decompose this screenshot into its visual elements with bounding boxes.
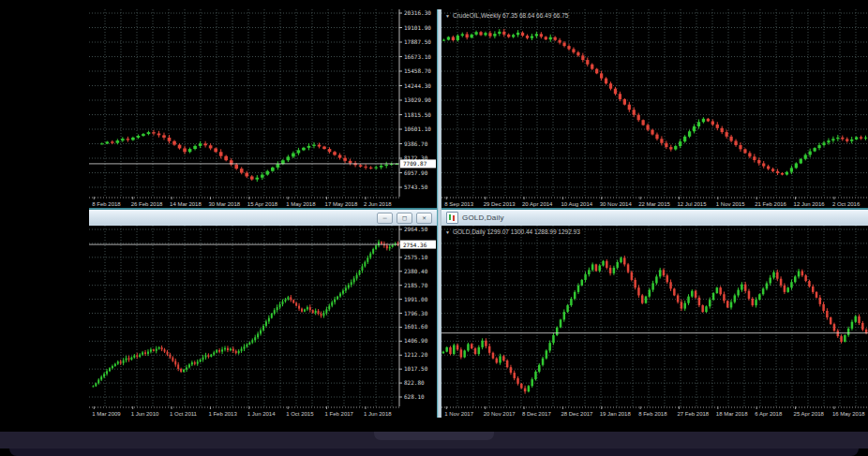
svg-text:6957.90: 6957.90 (404, 169, 428, 176)
svg-text:2185.70: 2185.70 (404, 282, 428, 288)
laptop-screen: 20316.3019101.9017887.5016673.1015458.70… (89, 9, 868, 418)
close-button[interactable]: ✕ (416, 213, 432, 224)
svg-text:1 Feb 2017: 1 Feb 2017 (325, 411, 354, 417)
svg-text:2 Jun 2018: 2 Jun 2018 (364, 201, 392, 207)
titlebar-bottom-left-window[interactable]: – □ ✕ (89, 208, 437, 226)
svg-text:14244.30: 14244.30 (404, 82, 431, 89)
svg-text:8 Feb 2018: 8 Feb 2018 (638, 411, 667, 417)
svg-text:8 Dec 2017: 8 Dec 2017 (522, 411, 551, 417)
laptop-base-bottom-edge (9, 449, 859, 456)
svg-text:1 Jun 2018: 1 Jun 2018 (364, 411, 392, 417)
chart-title-overlay-crudeoil: ▼ CrudeOIL,Weekly 67.35 68.64 66.49 66.7… (445, 12, 568, 19)
laptop-mockup: { "app": { "description": "MetaTrader-st… (0, 0, 868, 456)
svg-text:22 Mar 2015: 22 Mar 2015 (638, 201, 670, 207)
svg-text:1 Nov 2017: 1 Nov 2017 (444, 411, 473, 417)
svg-text:1017.50: 1017.50 (404, 365, 428, 372)
chart-window-bottom-left[interactable]: 2964.502769.802575.102380.402185.701991.… (89, 226, 437, 418)
chart-window-crudeoil-weekly[interactable]: ▼ CrudeOIL,Weekly 67.35 68.64 66.49 66.7… (441, 9, 868, 208)
svg-text:21 Feb 2016: 21 Feb 2016 (755, 201, 786, 207)
candlestick-chart-icon (446, 212, 458, 224)
svg-text:2575.10: 2575.10 (404, 254, 428, 260)
svg-text:15 Apr 2018: 15 Apr 2018 (247, 201, 278, 207)
svg-text:1 Jun 2010: 1 Jun 2010 (131, 411, 159, 417)
svg-text:2 Oct 2016: 2 Oct 2016 (832, 201, 861, 207)
restore-button[interactable]: □ (397, 213, 412, 224)
svg-text:1212.20: 1212.20 (404, 351, 428, 358)
svg-text:6 Apr 2018: 6 Apr 2018 (755, 411, 783, 417)
svg-text:12 Jul 2015: 12 Jul 2015 (677, 201, 707, 207)
chart-title-text: CrudeOIL,Weekly 67.35 68.64 66.49 66.75 (453, 12, 568, 19)
svg-text:2964.50: 2964.50 (404, 226, 428, 232)
svg-text:17887.50: 17887.50 (404, 38, 431, 45)
candlestick-chart-tr[interactable]: 8 Sep 201329 Dec 201320 Apr 201410 Aug 2… (441, 9, 868, 208)
svg-text:1 Nov 2015: 1 Nov 2015 (716, 201, 745, 207)
svg-text:8 Sep 2013: 8 Sep 2013 (444, 201, 473, 207)
svg-text:1601.60: 1601.60 (404, 323, 428, 330)
svg-text:12 Jun 2016: 12 Jun 2016 (794, 201, 826, 207)
candlestick-chart-bl[interactable]: 2964.502769.802575.102380.402185.701991.… (89, 226, 437, 418)
laptop-hinge-gap (0, 418, 868, 432)
svg-text:13029.90: 13029.90 (404, 96, 431, 103)
svg-text:27 Feb 2018: 27 Feb 2018 (677, 411, 709, 417)
svg-text:7709.87: 7709.87 (403, 160, 427, 167)
chevron-down-icon[interactable]: ▼ (445, 13, 450, 19)
laptop-base-notch (374, 432, 494, 440)
svg-text:29 Dec 2013: 29 Dec 2013 (484, 201, 516, 207)
svg-text:20 Nov 2017: 20 Nov 2017 (484, 411, 516, 417)
svg-text:2380.40: 2380.40 (404, 268, 428, 274)
minimize-button[interactable]: – (377, 213, 393, 224)
window-title: GOLD,Daily (462, 213, 504, 222)
svg-text:19101.90: 19101.90 (404, 24, 431, 31)
svg-text:1991.00: 1991.00 (404, 296, 428, 302)
chart-title-text: GOLD,Daily 1299.07 1300.44 1288.99 1292.… (453, 228, 580, 235)
svg-text:10 Aug 2014: 10 Aug 2014 (561, 201, 592, 207)
svg-text:16673.10: 16673.10 (404, 53, 431, 60)
candlestick-chart-br[interactable]: 1 Nov 201720 Nov 20178 Dec 201728 Dec 20… (441, 226, 868, 418)
svg-text:20316.30: 20316.30 (404, 9, 431, 16)
svg-text:1406.90: 1406.90 (404, 337, 428, 344)
svg-text:25 Apr 2018: 25 Apr 2018 (794, 411, 825, 417)
svg-text:1 Feb 2013: 1 Feb 2013 (208, 411, 237, 417)
svg-text:18 Mar 2018: 18 Mar 2018 (716, 411, 748, 417)
chevron-down-icon[interactable]: ▼ (445, 229, 450, 235)
svg-text:1 Jun 2014: 1 Jun 2014 (247, 411, 276, 417)
svg-text:2754.36: 2754.36 (403, 242, 427, 248)
svg-text:30 Mar 2018: 30 Mar 2018 (208, 201, 240, 207)
svg-text:15458.70: 15458.70 (404, 67, 431, 74)
svg-text:5743.50: 5743.50 (404, 184, 428, 190)
svg-text:11815.50: 11815.50 (404, 111, 431, 118)
svg-text:1 May 2018: 1 May 2018 (286, 201, 316, 207)
chart-window-gold-daily[interactable]: ▼ GOLD,Daily 1299.07 1300.44 1288.99 129… (441, 226, 868, 418)
chart-window-top-left[interactable]: 20316.3019101.9017887.5016673.1015458.70… (89, 9, 437, 208)
svg-text:14 Mar 2018: 14 Mar 2018 (170, 201, 202, 207)
svg-text:17 May 2018: 17 May 2018 (325, 201, 358, 207)
svg-text:628.10: 628.10 (404, 393, 425, 400)
svg-text:1 Oct 2015: 1 Oct 2015 (286, 411, 314, 417)
chart-title-overlay-gold: ▼ GOLD,Daily 1299.07 1300.44 1288.99 129… (445, 228, 580, 235)
svg-text:30 Nov 2014: 30 Nov 2014 (600, 201, 633, 207)
svg-text:10601.10: 10601.10 (404, 125, 431, 132)
svg-text:28 Dec 2017: 28 Dec 2017 (561, 411, 593, 417)
svg-text:26 Feb 2018: 26 Feb 2018 (131, 201, 163, 207)
svg-text:19 Jan 2018: 19 Jan 2018 (600, 411, 632, 417)
svg-text:16 May 2018: 16 May 2018 (832, 411, 865, 417)
svg-text:8 Feb 2018: 8 Feb 2018 (92, 201, 121, 207)
titlebar-gold-daily-window[interactable]: GOLD,Daily (441, 208, 868, 226)
svg-text:1796.30: 1796.30 (404, 310, 428, 316)
svg-text:1 Mar 2009: 1 Mar 2009 (92, 411, 121, 417)
svg-text:9386.70: 9386.70 (404, 140, 428, 147)
svg-text:1 Oct 2011: 1 Oct 2011 (170, 411, 198, 417)
candlestick-chart-tl[interactable]: 20316.3019101.9017887.5016673.1015458.70… (89, 9, 437, 208)
svg-text:822.80: 822.80 (404, 379, 425, 386)
svg-text:20 Apr 2014: 20 Apr 2014 (522, 201, 553, 207)
